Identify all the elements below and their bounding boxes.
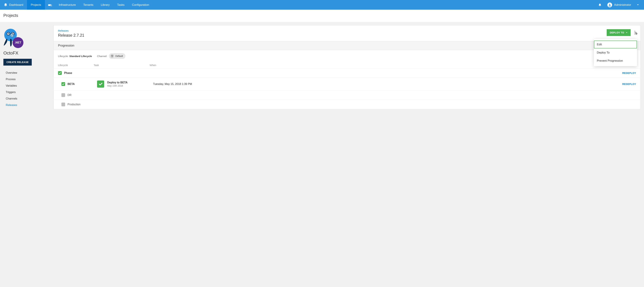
- sidebar-item-process[interactable]: Process: [4, 76, 50, 83]
- svg-line-4: [52, 6, 52, 6]
- check-icon: [58, 71, 62, 75]
- sidebar-item-label: Triggers: [6, 91, 16, 94]
- svg-point-0: [4, 3, 7, 6]
- create-release-button-label: CREATE RELEASE: [6, 61, 29, 64]
- overflow-menu-item-label: Deploy To: [597, 51, 610, 54]
- table-row: BETA Deploy to BETA May 15th 2018 Tuesda…: [54, 78, 640, 91]
- top-navbar: Dashboard Projects Infrastructure Tenant…: [0, 0, 644, 10]
- task-status-icon: [97, 81, 104, 88]
- nav-infrastructure-label: Infrastructure: [59, 3, 76, 7]
- dotnet-badge: .NET: [12, 37, 24, 48]
- check-icon: [62, 82, 65, 86]
- channel-value: Default: [115, 55, 123, 57]
- nav-dashboard-label: Dashboard: [9, 3, 23, 7]
- project-nav: Overview Process Variables Triggers Chan…: [4, 70, 50, 108]
- env-label: BETA: [68, 83, 75, 85]
- page-header: Projects: [0, 10, 644, 22]
- sidebar-item-label: Variables: [6, 84, 17, 87]
- notifications-button[interactable]: [596, 3, 603, 7]
- table-header: Lifecycle Task When: [54, 62, 640, 69]
- sidebar-item-releases[interactable]: Releases: [4, 102, 50, 108]
- nav-tasks-label: Tasks: [117, 3, 124, 7]
- svg-point-5: [609, 4, 610, 5]
- nav-tasks[interactable]: Tasks: [113, 0, 128, 10]
- table-row: DR: [54, 91, 640, 100]
- avatar-icon: [607, 3, 612, 7]
- sidebar-item-overview[interactable]: Overview: [4, 70, 50, 76]
- overflow-menu-item-label: Prevent Progression: [597, 59, 623, 62]
- col-header-when: When: [150, 64, 212, 67]
- svg-point-6: [634, 31, 635, 32]
- phase-row: Phase REDEPLOY: [54, 69, 640, 78]
- table-row: Production: [54, 100, 640, 109]
- breadcrumb-releases[interactable]: Releases: [58, 29, 607, 32]
- nav-infrastructure[interactable]: Infrastructure: [55, 0, 80, 10]
- redeploy-button[interactable]: REDEPLOY: [622, 83, 636, 85]
- create-release-button[interactable]: CREATE RELEASE: [4, 59, 32, 66]
- progression-section-header: Progression: [54, 41, 640, 50]
- env-label: Production: [68, 103, 80, 106]
- octopus-logo-icon: [4, 3, 8, 7]
- release-title: Release 2.7.21: [58, 33, 607, 38]
- nav-configuration-label: Configuration: [132, 3, 149, 7]
- project-logo: .NET: [4, 29, 22, 47]
- deploy-to-button[interactable]: DEPLOY TO: [607, 29, 630, 36]
- lifecycle-label: Lifecycle:: [58, 55, 69, 58]
- channel-chip[interactable]: Default: [109, 53, 125, 59]
- nav-configuration[interactable]: Configuration: [128, 0, 153, 10]
- user-name-label: Administrator: [614, 3, 631, 7]
- dotnet-badge-label: .NET: [15, 41, 22, 44]
- task-subtitle: May 15th 2018: [107, 84, 128, 87]
- project-name: OctoFX: [4, 51, 50, 56]
- nav-library[interactable]: Library: [97, 0, 113, 10]
- when-label: Tuesday, May 15, 2018 1:39 PM: [153, 83, 192, 85]
- sidebar-item-label: Releases: [6, 104, 17, 107]
- nav-projects[interactable]: Projects: [27, 0, 45, 10]
- svg-rect-2: [48, 4, 50, 5]
- cursor-icon: [635, 32, 638, 35]
- release-meta: Lifecycle: Standard Lifecycle Channel: D…: [54, 50, 640, 62]
- overflow-menu-item-label: Edit: [597, 43, 602, 46]
- svg-point-11: [112, 56, 112, 57]
- overflow-menu-button[interactable]: [634, 30, 636, 35]
- nav-projects-label: Projects: [31, 3, 41, 7]
- col-header-lifecycle: Lifecycle: [58, 64, 94, 67]
- search-icon: [48, 3, 52, 7]
- sidebar-item-label: Channels: [6, 97, 17, 100]
- bell-icon: [598, 3, 602, 7]
- caret-down-icon: [637, 4, 639, 6]
- caret-down-icon: [626, 32, 628, 33]
- nav-tenants-label: Tenants: [83, 3, 94, 7]
- overflow-menu: Edit Deploy To Prevent Progression: [594, 39, 637, 66]
- main-panel: Releases Release 2.7.21 DEPLOY TO: [54, 25, 640, 109]
- sidebar-item-label: Process: [6, 78, 16, 81]
- svg-point-10: [112, 55, 113, 56]
- progression-table: Lifecycle Task When Phase REDEPLOY: [54, 62, 640, 109]
- env-label: DR: [68, 94, 72, 97]
- phase-label: Phase: [64, 72, 72, 74]
- overflow-menu-deploy-to[interactable]: Deploy To: [594, 49, 637, 57]
- sidebar-item-variables[interactable]: Variables: [4, 83, 50, 89]
- task-title[interactable]: Deploy to BETA: [107, 81, 128, 84]
- nav-tenants[interactable]: Tenants: [80, 0, 97, 10]
- page-title: Projects: [4, 13, 640, 18]
- nav-search[interactable]: [45, 0, 55, 10]
- lifecycle-value: Standard Lifecycle: [70, 55, 92, 58]
- nav-dashboard[interactable]: Dashboard: [0, 0, 27, 10]
- sidebar-item-label: Overview: [6, 71, 17, 74]
- project-sidebar: .NET OctoFX CREATE RELEASE Overview Proc…: [4, 25, 50, 108]
- redeploy-button[interactable]: REDEPLOY: [622, 72, 636, 74]
- svg-point-9: [112, 55, 112, 56]
- sidebar-item-channels[interactable]: Channels: [4, 95, 50, 102]
- channel-label: Channel:: [97, 55, 107, 58]
- overflow-menu-edit[interactable]: Edit: [594, 41, 637, 49]
- deploy-to-button-label: DEPLOY TO: [610, 31, 624, 34]
- user-menu-caret[interactable]: [635, 4, 640, 6]
- overflow-menu-prevent-progression[interactable]: Prevent Progression: [594, 57, 637, 65]
- sidebar-item-triggers[interactable]: Triggers: [4, 89, 50, 95]
- pending-icon: [62, 103, 65, 106]
- pending-icon: [62, 93, 65, 97]
- nav-library-label: Library: [101, 3, 110, 7]
- user-menu[interactable]: Administrator: [606, 3, 633, 7]
- branch-icon: [110, 54, 114, 58]
